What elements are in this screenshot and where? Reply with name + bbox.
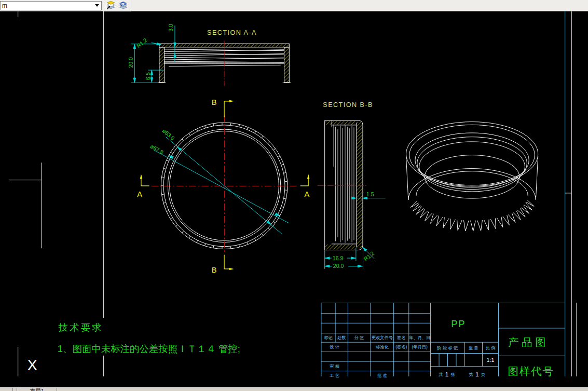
tb-pages-page-suffix: 页 [481, 372, 485, 377]
isometric-view [406, 122, 538, 232]
tb-pages-total: 1 [445, 371, 448, 377]
make-object-layer-current-button[interactable] [104, 1, 117, 11]
tech-notes-item1: 1、图面中未标注的公差按照ＩＴ１４ 管控; [58, 343, 240, 354]
tb-row-date-hint: (年月日) [412, 345, 428, 349]
aa-dim-skirt: 6.5 [145, 72, 151, 80]
tb-header-zone: 分 区 [354, 335, 364, 340]
tb-stage-mark: 阶 段 标 记 [437, 346, 458, 350]
section-markers [141, 101, 308, 269]
drawing-canvas[interactable]: X SECTION A-A [0, 11, 588, 387]
tb-header-change-doc: 更改文件号 [372, 335, 393, 340]
aa-dim-height: 20.0 [128, 57, 134, 68]
tb-pages-total-prefix: 共 [438, 372, 443, 377]
cad-drawing: X SECTION A-A [0, 11, 588, 387]
tb-row-standardize: 标准化 [376, 345, 389, 349]
title-block: 标记 处数 分 区 更改文件号 签名 年、月、日 设 计 标准化 (签名) (年… [321, 303, 565, 378]
tab-layout1[interactable]: 布局1 [17, 388, 57, 391]
tb-row-design: 设 计 [330, 345, 339, 349]
layer-combo[interactable]: m [0, 1, 102, 10]
layer-combo-value: m [1, 2, 7, 10]
section-bb-view: SECTION B-B [318, 101, 386, 269]
bb-dim-radius: R1.2 [362, 250, 375, 262]
ucs-icon: X [18, 347, 37, 376]
marker-b-bottom: B [212, 266, 217, 274]
section-aa-title: SECTION A-A [207, 29, 257, 36]
tb-row-review: 审 核 [330, 363, 340, 369]
tb-header-count: 处数 [337, 335, 346, 340]
tb-stage-scale: 比 例 [486, 346, 496, 350]
tb-row-process: 工 艺 [329, 373, 339, 378]
marker-b-top: B [212, 98, 217, 106]
section-bb-title: SECTION B-B [323, 101, 373, 109]
tb-row-sign-hint: (签名) [395, 345, 407, 349]
bb-dim-outer: 20.0 [333, 263, 344, 269]
tb-header-mark: 标记 [324, 335, 333, 340]
toolbar: m [0, 0, 588, 11]
tech-notes-heading: 技术要求 [58, 322, 103, 333]
sheet-frame [9, 11, 577, 376]
combo-dropdown-icon[interactable] [93, 2, 101, 10]
tb-code-label: 图样代号 [508, 366, 554, 377]
make-object-layer-current-icon [106, 1, 115, 11]
bb-dim-inner: 16.9 [333, 255, 344, 261]
aa-dim-radius: R1.2 [135, 37, 148, 49]
tb-row-approve: 批 准 [377, 373, 387, 378]
tab-scroll-mark [2, 388, 13, 391]
tb-stage-weight: 重 量 [469, 346, 478, 350]
layer-previous-icon [119, 1, 128, 11]
tb-header-date: 年、月、日 [409, 335, 430, 340]
layer-tools-group [103, 0, 131, 11]
section-aa-view: SECTION A-A [128, 24, 291, 86]
tech-notes: 技术要求 1、图面中未标注的公差按照ＩＴ１４ 管控; [58, 322, 240, 354]
layer-previous-button[interactable] [117, 1, 129, 11]
marker-a-right: A [304, 190, 309, 198]
tab-layout1-label: 布局1 [30, 388, 44, 391]
tb-material: PP [451, 318, 466, 329]
plan-dim-dia-major: ø67.8 [149, 143, 165, 155]
aa-dim-pitch: 3.0 [168, 24, 174, 32]
marker-a-left: A [137, 190, 142, 198]
tb-pages-page-prefix: 第 [469, 372, 473, 377]
tb-pages-page: 1 [475, 371, 478, 377]
tb-pages-total-suffix: 张 [451, 372, 455, 377]
bb-dim-wall: 1.5 [366, 191, 374, 197]
plan-view: B B A A ø63.6 ø67.8 [137, 98, 309, 274]
ucs-x-label: X [28, 357, 37, 373]
tb-header-sign: 签名 [397, 335, 405, 340]
layout-tabbar: 布局1 [0, 387, 588, 391]
tb-scale-value: 1:1 [487, 357, 495, 363]
tb-product-title: 产品图 [508, 336, 549, 348]
